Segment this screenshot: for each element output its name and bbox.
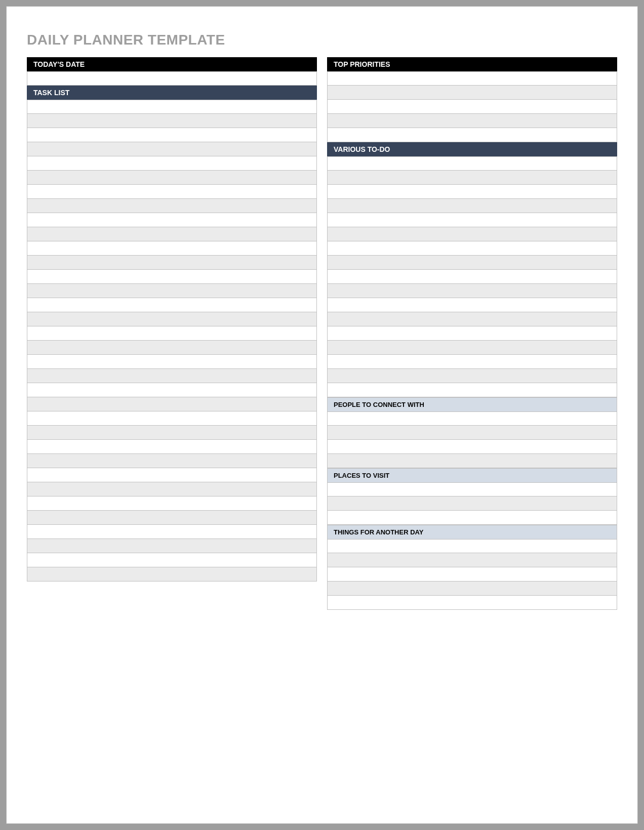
input-row[interactable] [327,567,617,582]
input-row[interactable] [327,86,617,100]
input-row[interactable] [327,71,617,86]
input-row[interactable] [327,454,617,468]
input-row[interactable] [27,341,317,355]
todays-date-header: TODAY'S DATE [27,57,317,71]
input-row[interactable] [27,142,317,156]
input-row[interactable] [27,511,317,525]
input-row[interactable] [327,369,617,383]
input-row[interactable] [327,298,617,312]
input-row[interactable] [327,596,617,610]
page: DAILY PLANNER TEMPLATE TODAY'S DATE TASK… [6,6,638,824]
task-list-rows [27,100,317,582]
input-row[interactable] [27,284,317,298]
page-title: DAILY PLANNER TEMPLATE [27,32,617,48]
input-row[interactable] [327,100,617,114]
people-to-connect-header: PEOPLE TO CONNECT WITH [327,397,617,411]
left-column: TODAY'S DATE TASK LIST [27,57,317,610]
input-row[interactable] [327,496,617,511]
input-row[interactable] [27,114,317,128]
input-row[interactable] [27,256,317,270]
input-row[interactable] [327,227,617,241]
input-row[interactable] [327,482,617,496]
things-another-day-rows [327,539,617,610]
input-row[interactable] [27,397,317,411]
input-row[interactable] [27,482,317,496]
input-row[interactable] [27,100,317,114]
input-row[interactable] [27,185,317,199]
input-row[interactable] [27,71,317,86]
input-row[interactable] [27,454,317,468]
input-row[interactable] [327,426,617,440]
input-row[interactable] [327,114,617,128]
input-row[interactable] [27,199,317,213]
input-row[interactable] [27,525,317,539]
input-row[interactable] [27,312,317,326]
input-row[interactable] [27,156,317,171]
input-row[interactable] [327,355,617,369]
input-row[interactable] [27,553,317,567]
input-row[interactable] [27,298,317,312]
input-row[interactable] [27,326,317,341]
input-row[interactable] [327,440,617,454]
input-row[interactable] [27,241,317,256]
input-row[interactable] [327,582,617,596]
input-row[interactable] [27,270,317,284]
input-row[interactable] [327,171,617,185]
input-row[interactable] [27,383,317,397]
input-row[interactable] [327,326,617,341]
columns-container: TODAY'S DATE TASK LIST TOP PRIORITIES VA… [27,57,617,610]
places-to-visit-header: PLACES TO VISIT [327,468,617,482]
input-row[interactable] [327,256,617,270]
input-row[interactable] [27,355,317,369]
input-row[interactable] [327,156,617,171]
input-row[interactable] [27,227,317,241]
todays-date-rows [27,71,317,86]
input-row[interactable] [327,411,617,426]
input-row[interactable] [27,128,317,142]
input-row[interactable] [327,341,617,355]
input-row[interactable] [27,213,317,227]
top-priorities-header: TOP PRIORITIES [327,57,617,71]
input-row[interactable] [327,539,617,553]
various-todo-rows [327,156,617,397]
input-row[interactable] [27,369,317,383]
input-row[interactable] [327,185,617,199]
input-row[interactable] [327,312,617,326]
input-row[interactable] [27,411,317,426]
input-row[interactable] [327,199,617,213]
task-list-header: TASK LIST [27,86,317,100]
people-to-connect-rows [327,411,617,468]
things-another-day-header: THINGS FOR ANOTHER DAY [327,525,617,539]
top-priorities-rows [327,71,617,142]
input-row[interactable] [327,213,617,227]
input-row[interactable] [27,567,317,582]
places-to-visit-rows [327,482,617,525]
input-row[interactable] [27,468,317,482]
input-row[interactable] [27,171,317,185]
input-row[interactable] [327,511,617,525]
input-row[interactable] [27,539,317,553]
input-row[interactable] [327,128,617,142]
input-row[interactable] [327,383,617,397]
input-row[interactable] [327,241,617,256]
input-row[interactable] [327,270,617,284]
right-column: TOP PRIORITIES VARIOUS TO-DO PEOPLE TO C… [327,57,617,610]
input-row[interactable] [327,553,617,567]
input-row[interactable] [27,496,317,511]
input-row[interactable] [327,284,617,298]
input-row[interactable] [27,426,317,440]
input-row[interactable] [27,440,317,454]
various-todo-header: VARIOUS TO-DO [327,142,617,156]
